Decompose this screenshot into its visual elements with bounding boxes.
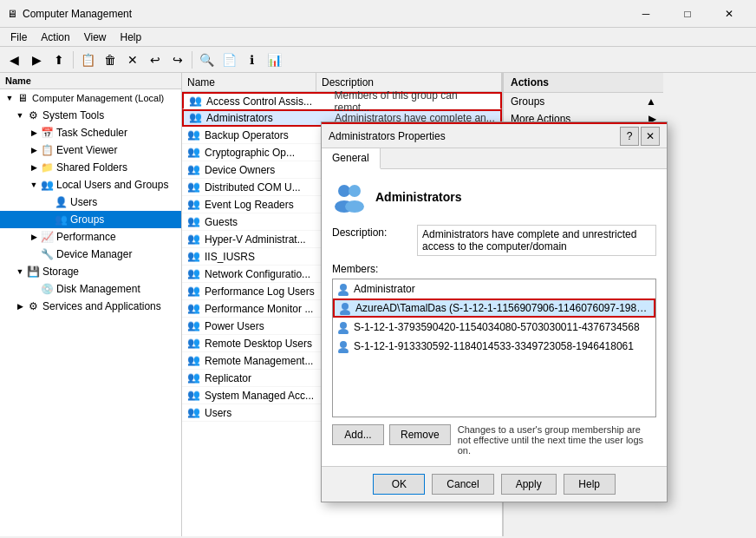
- properties-button[interactable]: 🗑: [100, 49, 121, 70]
- actions-groups-label: Groups: [511, 95, 544, 108]
- search-button[interactable]: 🔍: [196, 49, 217, 70]
- dialog-title-controls: ? ✕: [620, 127, 660, 146]
- redo-button[interactable]: ↪: [167, 49, 188, 70]
- member-text-azuread: AzureAD\TamalDas (S-1-12-1-1156907906-11…: [355, 302, 650, 314]
- tree-label-ts: Task Scheduler: [56, 127, 127, 139]
- tree-panel: Name ▼ 🖥 Computer Management (Local) ▼ ⚙…: [0, 73, 182, 536]
- tree-expand-ts[interactable]: ▶: [28, 127, 40, 139]
- tab-general[interactable]: General: [322, 148, 381, 169]
- menu-view[interactable]: View: [77, 28, 114, 47]
- list-item-name: Hyper-V Administrat...: [205, 233, 333, 246]
- disk-icon: 💿: [40, 282, 54, 296]
- up-button[interactable]: ⬆: [49, 49, 69, 70]
- list-item-name: Event Log Readers: [205, 199, 333, 211]
- svg-point-9: [338, 329, 349, 334]
- menu-help[interactable]: Help: [114, 28, 149, 47]
- dialog-title-bar: Administrators Properties ? ✕: [322, 122, 667, 148]
- tree-label-dm: Device Manager: [56, 248, 132, 260]
- col-header-name[interactable]: Name: [182, 73, 316, 91]
- delete-button[interactable]: ✕: [122, 49, 143, 70]
- close-button[interactable]: ✕: [709, 3, 749, 25]
- storage-icon: 💾: [26, 265, 40, 279]
- tree-item-storage[interactable]: ▼ 💾 Storage: [0, 263, 181, 280]
- apply-button[interactable]: Apply: [501, 474, 557, 495]
- back-button[interactable]: ◀: [3, 49, 24, 70]
- tree-expand-st[interactable]: ▼: [14, 109, 26, 121]
- members-list[interactable]: Administrator AzureAD\TamalDas (S-1-12-1…: [332, 279, 656, 417]
- device-icon: 🔧: [40, 247, 54, 261]
- svg-point-6: [342, 303, 349, 310]
- cancel-button[interactable]: Cancel: [432, 474, 493, 495]
- list-item-icon: 👥: [187, 319, 201, 333]
- member-item-azuread[interactable]: AzureAD\TamalDas (S-1-12-1-1156907906-11…: [333, 299, 655, 318]
- tree-item-groups[interactable]: ▶ 👥 Groups: [0, 211, 181, 228]
- users-icon: 👤: [54, 195, 68, 209]
- tree-item-task-scheduler[interactable]: ▶ 📅 Task Scheduler: [0, 124, 181, 141]
- tree-expand-cm[interactable]: ▼: [3, 92, 16, 104]
- undo-button[interactable]: ↩: [145, 49, 166, 70]
- help-footer-button[interactable]: Help: [564, 474, 616, 495]
- actions-header: Actions: [504, 73, 663, 93]
- tree-expand-p[interactable]: ▶: [28, 231, 40, 243]
- system-tools-icon: ⚙: [26, 108, 40, 122]
- add-button[interactable]: Add...: [332, 424, 384, 445]
- tree-item-shared-folders[interactable]: ▶ 📁 Shared Folders: [0, 159, 181, 176]
- tree-item-users[interactable]: ▶ 👤 Users: [0, 194, 181, 211]
- view-button[interactable]: 📊: [264, 49, 284, 70]
- list-item-name: Cryptographic Op...: [205, 147, 333, 159]
- tree-expand-ev[interactable]: ▶: [28, 144, 40, 156]
- forward-button[interactable]: ▶: [26, 49, 47, 70]
- export-button[interactable]: 📄: [218, 49, 239, 70]
- tree-expand-lu[interactable]: ▼: [28, 179, 40, 191]
- list-item-icon: 👥: [187, 389, 201, 403]
- tree-item-computer-management[interactable]: ▼ 🖥 Computer Management (Local): [0, 89, 181, 107]
- services-icon: ⚙: [26, 299, 40, 313]
- list-item-name: Remote Desktop Users: [205, 338, 333, 350]
- maximize-button[interactable]: □: [668, 3, 707, 25]
- dialog-help-button[interactable]: ?: [620, 127, 639, 146]
- dialog-close-button[interactable]: ✕: [641, 127, 660, 146]
- remove-button[interactable]: Remove: [389, 424, 451, 445]
- menu-file[interactable]: File: [3, 28, 34, 47]
- ok-button[interactable]: OK: [373, 474, 425, 495]
- member-icon: [336, 339, 350, 353]
- list-item-name: Access Control Assis...: [206, 95, 335, 108]
- list-item-name: Replicator: [205, 372, 333, 384]
- list-item-name: Remote Management...: [205, 355, 333, 367]
- tree-label-sf: Shared Folders: [56, 161, 127, 174]
- tree-item-event-viewer[interactable]: ▶ 📋 Event Viewer: [0, 141, 181, 159]
- help-button[interactable]: ℹ: [241, 49, 262, 70]
- administrators-properties-dialog[interactable]: Administrators Properties ? ✕ General: [321, 121, 668, 502]
- list-item-icon: 👥: [187, 128, 201, 142]
- event-icon: 📋: [40, 143, 54, 157]
- member-item-administrator[interactable]: Administrator: [333, 279, 655, 299]
- list-item-name: Performance Log Users: [205, 285, 333, 298]
- tree-item-services[interactable]: ▶ ⚙ Services and Applications: [0, 298, 181, 315]
- member-text-administrator: Administrator: [354, 283, 415, 295]
- description-field[interactable]: Administrators have complete and unrestr…: [417, 225, 656, 256]
- tree-label-lu: Local Users and Groups: [56, 179, 168, 191]
- minimize-button[interactable]: ─: [626, 3, 666, 25]
- tree-expand-svc[interactable]: ▶: [14, 300, 26, 312]
- tree-item-local-users[interactable]: ▼ 👥 Local Users and Groups: [0, 176, 181, 194]
- tree-item-device-manager[interactable]: ▶ 🔧 Device Manager: [0, 246, 181, 263]
- member-item-sid1[interactable]: S-1-12-1-3793590420-1154034080-570303001…: [333, 318, 655, 337]
- tree-label-st: System Tools: [42, 109, 104, 121]
- tree-expand-s[interactable]: ▼: [14, 266, 26, 278]
- dialog-action-buttons: Add... Remove: [332, 424, 451, 452]
- local-users-icon: 👥: [40, 178, 54, 192]
- tree-item-disk-mgmt[interactable]: ▶ 💿 Disk Management: [0, 280, 181, 298]
- list-item[interactable]: 👥 Access Control Assis... Members of thi…: [182, 92, 502, 109]
- new-button[interactable]: 📋: [77, 49, 98, 70]
- member-icon: [338, 301, 352, 315]
- computer-icon: 🖥: [16, 91, 29, 105]
- tree-item-performance[interactable]: ▶ 📈 Performance: [0, 228, 181, 246]
- tree-item-system-tools[interactable]: ▼ ⚙ System Tools: [0, 107, 181, 124]
- tree-label-u: Users: [70, 196, 97, 208]
- menu-action[interactable]: Action: [34, 28, 76, 47]
- svg-point-1: [349, 185, 361, 197]
- member-item-sid2[interactable]: S-1-12-1-913330592-1184014533-3349723058…: [333, 337, 655, 356]
- window-title: Computer Management: [23, 8, 132, 20]
- svg-point-7: [340, 310, 350, 315]
- tree-expand-sf[interactable]: ▶: [28, 161, 40, 174]
